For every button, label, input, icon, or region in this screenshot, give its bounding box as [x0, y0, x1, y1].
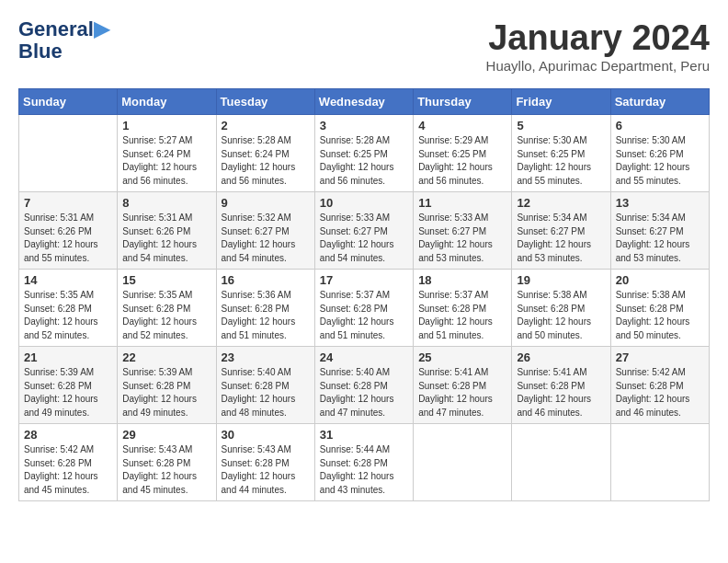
calendar-cell: 8Sunrise: 5:31 AMSunset: 6:26 PMDaylight… — [118, 192, 216, 270]
day-number: 6 — [616, 119, 704, 132]
day-info: Sunrise: 5:42 AMSunset: 6:28 PMDaylight:… — [616, 366, 704, 419]
calendar-cell: 24Sunrise: 5:40 AMSunset: 6:28 PMDayligh… — [314, 347, 413, 424]
calendar-week-row: 28Sunrise: 5:42 AMSunset: 6:28 PMDayligh… — [19, 424, 710, 501]
calendar-cell: 15Sunrise: 5:35 AMSunset: 6:28 PMDayligh… — [118, 270, 216, 347]
calendar-cell: 16Sunrise: 5:36 AMSunset: 6:28 PMDayligh… — [216, 270, 314, 347]
day-number: 11 — [418, 196, 506, 210]
calendar-week-row: 1Sunrise: 5:27 AMSunset: 6:24 PMDaylight… — [19, 115, 710, 192]
day-number: 2 — [222, 119, 310, 132]
day-info: Sunrise: 5:42 AMSunset: 6:28 PMDaylight:… — [24, 443, 112, 497]
day-info: Sunrise: 5:44 AMSunset: 6:28 PMDaylight:… — [320, 443, 408, 497]
calendar-cell: 11Sunrise: 5:33 AMSunset: 6:27 PMDayligh… — [414, 192, 512, 270]
day-number: 26 — [517, 350, 605, 364]
day-number: 27 — [616, 350, 704, 364]
day-info: Sunrise: 5:38 AMSunset: 6:28 PMDaylight:… — [517, 289, 605, 342]
calendar-table: SundayMondayTuesdayWednesdayThursdayFrid… — [18, 88, 710, 501]
day-info: Sunrise: 5:28 AMSunset: 6:25 PMDaylight:… — [320, 134, 408, 188]
calendar-week-row: 21Sunrise: 5:39 AMSunset: 6:28 PMDayligh… — [19, 347, 710, 424]
logo-text: General▶Blue — [18, 18, 109, 63]
calendar-cell: 7Sunrise: 5:31 AMSunset: 6:26 PMDaylight… — [19, 192, 118, 270]
calendar-cell: 25Sunrise: 5:41 AMSunset: 6:28 PMDayligh… — [414, 347, 512, 424]
day-info: Sunrise: 5:41 AMSunset: 6:28 PMDaylight:… — [418, 366, 506, 419]
calendar-cell: 4Sunrise: 5:29 AMSunset: 6:25 PMDaylight… — [414, 115, 512, 192]
day-number: 19 — [517, 273, 605, 287]
day-number: 5 — [517, 119, 605, 132]
day-number: 4 — [418, 119, 506, 132]
day-number: 14 — [24, 273, 112, 287]
calendar-title: January 2024 — [486, 18, 710, 58]
day-info: Sunrise: 5:33 AMSunset: 6:27 PMDaylight:… — [418, 212, 506, 265]
day-info: Sunrise: 5:40 AMSunset: 6:28 PMDaylight:… — [320, 366, 408, 419]
weekday-header: Tuesday — [216, 89, 314, 115]
day-number: 12 — [517, 196, 605, 210]
calendar-subtitle: Huayllo, Apurimac Department, Peru — [486, 58, 710, 74]
day-number: 3 — [320, 119, 408, 132]
calendar-cell: 2Sunrise: 5:28 AMSunset: 6:24 PMDaylight… — [216, 115, 314, 192]
calendar-cell: 23Sunrise: 5:40 AMSunset: 6:28 PMDayligh… — [216, 347, 314, 424]
calendar-cell — [414, 424, 512, 501]
day-info: Sunrise: 5:32 AMSunset: 6:27 PMDaylight:… — [222, 212, 310, 265]
calendar-cell: 13Sunrise: 5:34 AMSunset: 6:27 PMDayligh… — [610, 192, 709, 270]
day-info: Sunrise: 5:39 AMSunset: 6:28 PMDaylight:… — [122, 366, 210, 419]
day-number: 16 — [222, 273, 310, 287]
day-info: Sunrise: 5:37 AMSunset: 6:28 PMDaylight:… — [320, 289, 408, 342]
day-number: 9 — [222, 196, 310, 210]
calendar-week-row: 14Sunrise: 5:35 AMSunset: 6:28 PMDayligh… — [19, 270, 710, 347]
day-info: Sunrise: 5:30 AMSunset: 6:25 PMDaylight:… — [517, 134, 605, 188]
header: General▶Blue January 2024 Huayllo, Apuri… — [18, 18, 710, 74]
weekday-header: Sunday — [19, 89, 118, 115]
day-info: Sunrise: 5:27 AMSunset: 6:24 PMDaylight:… — [122, 134, 210, 188]
day-info: Sunrise: 5:31 AMSunset: 6:26 PMDaylight:… — [24, 212, 112, 265]
calendar-cell: 26Sunrise: 5:41 AMSunset: 6:28 PMDayligh… — [512, 347, 610, 424]
day-info: Sunrise: 5:43 AMSunset: 6:28 PMDaylight:… — [122, 443, 210, 497]
calendar-cell: 21Sunrise: 5:39 AMSunset: 6:28 PMDayligh… — [19, 347, 118, 424]
day-number: 30 — [222, 428, 310, 442]
calendar-cell: 5Sunrise: 5:30 AMSunset: 6:25 PMDaylight… — [512, 115, 610, 192]
day-info: Sunrise: 5:30 AMSunset: 6:26 PMDaylight:… — [616, 134, 704, 188]
calendar-header-row: SundayMondayTuesdayWednesdayThursdayFrid… — [19, 89, 710, 115]
calendar-cell — [512, 424, 610, 501]
day-info: Sunrise: 5:34 AMSunset: 6:27 PMDaylight:… — [616, 212, 704, 265]
day-info: Sunrise: 5:31 AMSunset: 6:26 PMDaylight:… — [122, 212, 210, 265]
day-info: Sunrise: 5:36 AMSunset: 6:28 PMDaylight:… — [222, 289, 310, 342]
day-number: 22 — [122, 350, 210, 364]
day-number: 13 — [616, 196, 704, 210]
day-info: Sunrise: 5:34 AMSunset: 6:27 PMDaylight:… — [517, 212, 605, 265]
day-info: Sunrise: 5:43 AMSunset: 6:28 PMDaylight:… — [222, 443, 310, 497]
calendar-cell: 19Sunrise: 5:38 AMSunset: 6:28 PMDayligh… — [512, 270, 610, 347]
day-info: Sunrise: 5:29 AMSunset: 6:25 PMDaylight:… — [418, 134, 506, 188]
day-number: 31 — [320, 428, 408, 442]
day-number: 29 — [122, 428, 210, 442]
calendar-cell: 1Sunrise: 5:27 AMSunset: 6:24 PMDaylight… — [118, 115, 216, 192]
weekday-header: Thursday — [414, 89, 512, 115]
calendar-cell: 31Sunrise: 5:44 AMSunset: 6:28 PMDayligh… — [314, 424, 413, 501]
calendar-cell: 22Sunrise: 5:39 AMSunset: 6:28 PMDayligh… — [118, 347, 216, 424]
day-info: Sunrise: 5:41 AMSunset: 6:28 PMDaylight:… — [517, 366, 605, 419]
calendar-cell: 20Sunrise: 5:38 AMSunset: 6:28 PMDayligh… — [610, 270, 709, 347]
calendar-cell — [610, 424, 709, 501]
calendar-cell: 3Sunrise: 5:28 AMSunset: 6:25 PMDaylight… — [314, 115, 413, 192]
calendar-cell: 27Sunrise: 5:42 AMSunset: 6:28 PMDayligh… — [610, 347, 709, 424]
calendar-cell: 10Sunrise: 5:33 AMSunset: 6:27 PMDayligh… — [314, 192, 413, 270]
weekday-header: Friday — [512, 89, 610, 115]
calendar-body: 1Sunrise: 5:27 AMSunset: 6:24 PMDaylight… — [19, 115, 710, 501]
day-info: Sunrise: 5:28 AMSunset: 6:24 PMDaylight:… — [222, 134, 310, 188]
day-number: 18 — [418, 273, 506, 287]
day-info: Sunrise: 5:37 AMSunset: 6:28 PMDaylight:… — [418, 289, 506, 342]
day-number: 20 — [616, 273, 704, 287]
calendar-cell: 14Sunrise: 5:35 AMSunset: 6:28 PMDayligh… — [19, 270, 118, 347]
weekday-header: Monday — [118, 89, 216, 115]
weekday-header: Wednesday — [314, 89, 413, 115]
calendar-cell: 17Sunrise: 5:37 AMSunset: 6:28 PMDayligh… — [314, 270, 413, 347]
weekday-header: Saturday — [610, 89, 709, 115]
day-info: Sunrise: 5:40 AMSunset: 6:28 PMDaylight:… — [222, 366, 310, 419]
logo: General▶Blue — [18, 18, 109, 63]
day-info: Sunrise: 5:39 AMSunset: 6:28 PMDaylight:… — [24, 366, 112, 419]
day-number: 1 — [122, 119, 210, 132]
calendar-cell: 29Sunrise: 5:43 AMSunset: 6:28 PMDayligh… — [118, 424, 216, 501]
day-info: Sunrise: 5:35 AMSunset: 6:28 PMDaylight:… — [24, 289, 112, 342]
day-info: Sunrise: 5:35 AMSunset: 6:28 PMDaylight:… — [122, 289, 210, 342]
calendar-cell: 30Sunrise: 5:43 AMSunset: 6:28 PMDayligh… — [216, 424, 314, 501]
calendar-cell — [19, 115, 118, 192]
day-number: 15 — [122, 273, 210, 287]
